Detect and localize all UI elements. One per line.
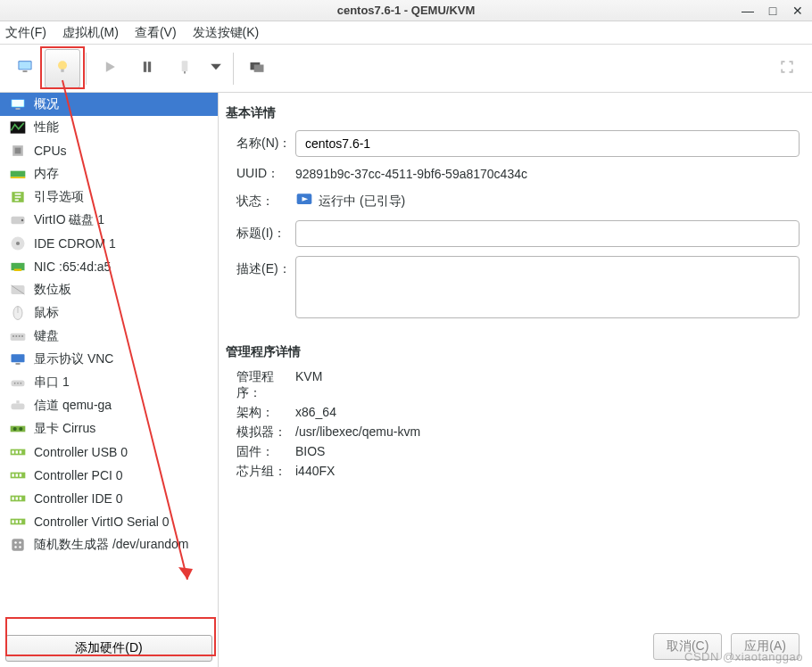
pause-icon <box>138 58 156 78</box>
name-input[interactable] <box>295 130 800 157</box>
sidebar-item-label: 键盘 <box>34 328 59 344</box>
chevron-down-icon <box>207 58 225 78</box>
console-button[interactable] <box>7 49 43 88</box>
svg-rect-34 <box>16 335 18 337</box>
sidebar-item[interactable]: NIC :65:4d:a5 <box>0 255 218 278</box>
svg-point-42 <box>21 383 22 384</box>
rng-icon <box>9 537 27 553</box>
svg-rect-54 <box>16 473 19 476</box>
disk-icon <box>9 212 27 228</box>
sidebar-item[interactable]: 信道 qemu-ga <box>0 394 218 417</box>
toolbar <box>0 45 812 93</box>
sidebar-item-label: 内存 <box>34 166 59 182</box>
sidebar-item[interactable]: 随机数生成器 /dev/urandom <box>0 533 218 556</box>
desc-input[interactable] <box>295 256 800 318</box>
sidebar-item[interactable]: 性能 <box>0 116 218 139</box>
details-button[interactable] <box>45 49 80 88</box>
svg-rect-19 <box>11 171 26 177</box>
hardware-sidebar: 概况性能CPUs内存引导选项VirtIO 磁盘 1IDE CDROM 1NIC … <box>0 93 219 667</box>
shutdown-menu-button[interactable] <box>204 49 228 88</box>
svg-point-41 <box>17 383 19 384</box>
sidebar-item-label: 显卡 Cirrus <box>34 421 95 437</box>
svg-rect-37 <box>12 354 25 362</box>
monitor-icon <box>16 58 34 78</box>
controller-icon <box>9 514 27 530</box>
sidebar-item[interactable]: 数位板 <box>0 278 218 301</box>
sidebar-item[interactable]: Controller USB 0 <box>0 441 218 464</box>
svg-rect-58 <box>16 497 19 499</box>
sidebar-item-label: 数位板 <box>34 282 71 298</box>
sidebar-item-label: Controller VirtIO Serial 0 <box>34 515 169 529</box>
hardware-list[interactable]: 概况性能CPUs内存引导选项VirtIO 磁盘 1IDE CDROM 1NIC … <box>0 93 218 630</box>
svg-point-68 <box>19 546 21 548</box>
sidebar-item[interactable]: IDE CDROM 1 <box>0 232 218 255</box>
menu-file[interactable]: 文件(F) <box>5 25 46 41</box>
pause-button[interactable] <box>129 49 165 88</box>
sidebar-item-label: 概况 <box>34 96 59 112</box>
hv-fw-label: 固件： <box>226 444 295 460</box>
sidebar-item[interactable]: 显卡 Cirrus <box>0 417 218 441</box>
sidebar-item[interactable]: 内存 <box>0 162 218 185</box>
menu-vm[interactable]: 虚拟机(M) <box>62 25 119 41</box>
svg-rect-64 <box>12 539 23 550</box>
sidebar-item[interactable]: Controller IDE 0 <box>0 487 218 510</box>
cpu-icon <box>9 143 27 159</box>
svg-rect-63 <box>20 520 22 523</box>
controller-icon <box>9 490 27 506</box>
sidebar-item[interactable]: CPUs <box>0 139 218 162</box>
sidebar-item[interactable]: 鼠标 <box>0 301 218 325</box>
sidebar-item-label: 性能 <box>34 119 59 136</box>
title-input[interactable] <box>295 220 800 247</box>
details-pane: 基本详情 名称(N)： UUID： 92891b9c-37cc-4511-9bf… <box>219 93 812 667</box>
svg-rect-9 <box>184 71 186 74</box>
name-label: 名称(N)： <box>226 136 295 152</box>
sidebar-item[interactable]: VirtIO 磁盘 1 <box>0 209 218 232</box>
monitor-icon <box>9 96 27 112</box>
svg-rect-1 <box>19 62 30 69</box>
gpu-icon <box>9 421 27 437</box>
chart-icon <box>9 119 27 136</box>
window-maximize-button[interactable]: □ <box>766 4 780 18</box>
toolbar-separator <box>233 53 234 85</box>
svg-rect-15 <box>16 108 21 110</box>
state-label: 状态： <box>226 194 295 210</box>
keyboard-icon <box>9 328 27 344</box>
sidebar-item-label: Controller PCI 0 <box>34 468 123 482</box>
running-icon <box>295 191 313 211</box>
sidebar-item[interactable]: 键盘 <box>0 325 218 348</box>
window-minimize-button[interactable]: — <box>741 4 755 18</box>
menu-view[interactable]: 查看(V) <box>135 25 177 41</box>
power-icon <box>176 58 194 78</box>
svg-rect-33 <box>12 335 14 337</box>
svg-rect-8 <box>182 61 188 71</box>
menu-send[interactable]: 发送按键(K) <box>193 25 260 41</box>
hv-mgr-value: KVM <box>295 369 322 401</box>
shutdown-button[interactable] <box>167 49 203 88</box>
svg-rect-36 <box>21 335 23 337</box>
sidebar-item[interactable]: 串口 1 <box>0 371 218 394</box>
add-hardware-button[interactable]: 添加硬件(D) <box>5 635 212 662</box>
sidebar-item[interactable]: Controller PCI 0 <box>0 464 218 487</box>
sidebar-item-label: NIC :65:4d:a5 <box>34 259 111 274</box>
snapshots-button[interactable] <box>239 49 275 88</box>
menubar: 文件(F) 虚拟机(M) 查看(V) 发送按键(K) <box>0 21 812 45</box>
window-close-button[interactable]: ✕ <box>791 4 805 18</box>
sidebar-item[interactable]: 显示协议 VNC <box>0 348 218 371</box>
sidebar-item[interactable]: 引导选项 <box>0 185 218 209</box>
sidebar-item-label: IDE CDROM 1 <box>34 236 116 251</box>
fullscreen-button[interactable] <box>769 49 805 88</box>
window-titlebar: centos7.6-1 - QEMU/KVM — □ ✕ <box>0 0 812 21</box>
svg-rect-59 <box>20 497 22 499</box>
sidebar-item[interactable]: 概况 <box>0 93 218 116</box>
svg-rect-20 <box>11 177 26 178</box>
sidebar-item-label: 随机数生成器 /dev/urandom <box>34 537 189 553</box>
sidebar-item[interactable]: Controller VirtIO Serial 0 <box>0 510 218 533</box>
run-button[interactable] <box>92 49 128 88</box>
toolbar-separator <box>86 53 87 85</box>
cdrom-icon <box>9 235 27 251</box>
hv-chip-label: 芯片组： <box>226 464 295 480</box>
hv-arch-value: x86_64 <box>295 405 336 421</box>
svg-rect-4 <box>61 70 63 72</box>
svg-rect-53 <box>12 473 14 476</box>
uuid-value: 92891b9c-37cc-4511-9bf6-59a8170c434c <box>295 167 800 181</box>
